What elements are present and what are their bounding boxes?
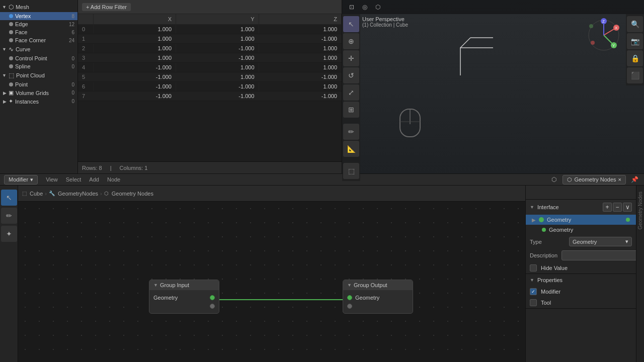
cube-add-tool[interactable]: ⬚ — [343, 163, 359, 179]
viewport-overlay-icon[interactable]: ◎ — [359, 2, 370, 13]
interface-section-header[interactable]: ▼ Interface + − ∨ — [526, 200, 636, 215]
node-annotate-tool[interactable]: ✏ — [1, 208, 17, 224]
edge-item[interactable]: Edge 12 — [0, 20, 77, 28]
table-row[interactable]: 6 -1.000 -1.000 1.000 — [78, 82, 342, 92]
mouse-hint — [395, 107, 425, 148]
hide-value-row: Hide Value — [526, 262, 636, 274]
node-link-tool[interactable]: ✦ — [1, 226, 17, 242]
properties-section: ▼ Properties Modifier Tool — [526, 274, 636, 309]
view-ortho-icon[interactable]: ⬛ — [627, 67, 643, 83]
view-menu[interactable]: View — [46, 176, 58, 183]
control-point-label: Control Point — [15, 55, 47, 61]
group-output-geometry-socket[interactable] — [347, 295, 352, 300]
viewport-panel[interactable]: ⊡ ◎ ⬡ User Perspective (1) Collection | … — [342, 0, 644, 173]
group-output-node[interactable]: ▼ Group Output Geometry — [343, 280, 413, 314]
point-item[interactable]: Point 0 — [0, 80, 77, 88]
add-menu[interactable]: Add — [89, 176, 99, 183]
table-row[interactable]: 5 -1.000 1.000 -1.000 — [78, 72, 342, 82]
add-row-filter-button[interactable]: + Add Row Filter — [82, 3, 131, 11]
group-input-geometry-socket[interactable] — [210, 295, 215, 300]
scale-tool[interactable]: ⤢ — [343, 84, 359, 101]
spreadsheet-table: X Y Z 0 1.000 1.000 1.000 1 1.000 1.000 … — [78, 14, 342, 161]
cell-y: 1.000 — [176, 34, 259, 44]
cell-z: -1.000 — [259, 34, 342, 44]
cell-z: 1.000 — [259, 53, 342, 63]
interface-item-geometry-child[interactable]: Geometry — [526, 225, 636, 235]
outliner-panel: ▼ ⬡ Mesh Vertex 8 Edge 12 Face 6 Face Co… — [0, 0, 78, 173]
table-row[interactable]: 1 1.000 1.000 -1.000 — [78, 34, 342, 44]
type-value: Geometry — [573, 239, 597, 245]
mesh-section-header[interactable]: ▼ ⬡ Mesh — [0, 2, 77, 12]
face-corner-item[interactable]: Face Corner 24 — [0, 36, 77, 44]
node-menu[interactable]: Node — [107, 176, 120, 183]
curve-section-header[interactable]: ▼ ∿ Curve — [0, 44, 77, 54]
volume-chevron-icon: ▶ — [3, 90, 7, 96]
tool-checkbox[interactable] — [530, 299, 537, 306]
table-row[interactable]: 7 -1.000 -1.000 -1.000 — [78, 92, 342, 101]
node-select-tool[interactable]: ↖ — [1, 190, 17, 206]
editor-type-icon[interactable]: ⬡ — [548, 174, 559, 185]
geometry-active-label: Geometry — [547, 217, 571, 223]
transform-tool[interactable]: ⊞ — [343, 102, 359, 118]
face-item[interactable]: Face 6 — [0, 28, 77, 36]
mesh-icon: ⬡ — [9, 4, 14, 11]
table-row[interactable]: 0 1.000 1.000 1.000 — [78, 25, 342, 34]
volume-count: 0 — [71, 90, 74, 96]
hide-value-label: Hide Value — [541, 265, 568, 271]
interface-add-button[interactable]: + — [603, 203, 612, 212]
pin-icon[interactable]: 📌 — [629, 174, 640, 185]
viewport-mode-icon[interactable]: ⬡ — [372, 2, 383, 13]
add-row-filter-label: + Add Row Filter — [86, 4, 127, 10]
viewport-gizmo[interactable]: X Y Z — [584, 15, 624, 55]
svg-point-28 — [591, 41, 595, 45]
col-header-idx — [78, 14, 93, 25]
rotate-tool[interactable]: ↺ — [343, 67, 359, 83]
group-output-extra-socket — [347, 304, 352, 309]
hide-value-checkbox[interactable] — [530, 264, 537, 272]
view-zoom-icon[interactable]: 🔍 — [627, 16, 643, 32]
breadcrumb-nodetree[interactable]: Geometry Nodes — [112, 191, 153, 197]
node-editor: ⬚ Cube › 🔧 GeometryNodes › ⬡ Geometry No… — [18, 186, 525, 362]
tab-close-icon[interactable]: × — [618, 176, 621, 183]
description-input[interactable] — [561, 250, 638, 260]
vertex-item[interactable]: Vertex 8 — [0, 12, 77, 20]
control-point-item[interactable]: Control Point 0 — [0, 54, 77, 62]
breadcrumb-cube[interactable]: Cube — [30, 191, 43, 197]
table-row[interactable]: 2 1.000 -1.000 1.000 — [78, 44, 342, 53]
node-canvas[interactable]: ▼ Group Input Geometry — [18, 202, 525, 362]
cell-y: -1.000 — [176, 82, 259, 92]
group-input-node[interactable]: ▼ Group Input Geometry — [149, 280, 219, 314]
move-tool[interactable]: ✛ — [343, 50, 359, 66]
breadcrumb-geonodes[interactable]: GeometryNodes — [58, 191, 98, 197]
volume-grids-item[interactable]: ▶ ▣ Volume Grids 0 — [0, 88, 77, 97]
cursor-tool[interactable]: ⊕ — [343, 33, 359, 49]
interface-item-geometry-active[interactable]: ▶ Geometry — [526, 215, 636, 225]
select-tool[interactable]: ↖ — [343, 16, 359, 32]
interface-remove-button[interactable]: − — [613, 203, 622, 212]
type-dropdown[interactable]: Geometry ▾ — [569, 237, 632, 246]
spline-item[interactable]: Spline 0 — [0, 62, 77, 70]
cell-x: 1.000 — [93, 53, 176, 63]
modifier-dropdown[interactable]: Modifier ▾ — [4, 175, 38, 185]
table-row[interactable]: 4 -1.000 1.000 1.000 — [78, 63, 342, 72]
instances-item[interactable]: ▶ ✦ Instances 0 — [0, 97, 77, 106]
right-panel: ▼ Interface + − ∨ ▶ Geometry — [525, 186, 636, 362]
table-row[interactable]: 3 1.000 -1.000 1.000 — [78, 53, 342, 63]
properties-section-header[interactable]: ▼ Properties — [526, 274, 636, 286]
row-index: 7 — [78, 92, 93, 101]
geometry-nodes-tab[interactable]: ⬡ Geometry Nodes × — [562, 175, 626, 185]
cols-label: Columns: 1 — [120, 165, 148, 171]
select-menu[interactable]: Select — [66, 176, 82, 183]
interface-expand-button[interactable]: ∨ — [623, 203, 632, 212]
measure-tool[interactable]: 📐 — [343, 141, 359, 157]
view-lock-icon[interactable]: 🔒 — [627, 50, 643, 66]
modifier-checkbox[interactable] — [530, 288, 537, 295]
row-index: 6 — [78, 82, 93, 92]
svg-rect-8 — [460, 48, 493, 75]
viewport-perspective-icon[interactable]: ⊡ — [346, 2, 357, 13]
annotate-tool[interactable]: ✏ — [343, 124, 359, 140]
node-left-tools: ↖ ✏ ✦ — [0, 186, 18, 362]
description-row: Description — [526, 248, 636, 262]
point-cloud-section-header[interactable]: ▼ ⬚ Point Cloud — [0, 70, 77, 80]
view-camera-icon[interactable]: 📷 — [627, 33, 643, 49]
